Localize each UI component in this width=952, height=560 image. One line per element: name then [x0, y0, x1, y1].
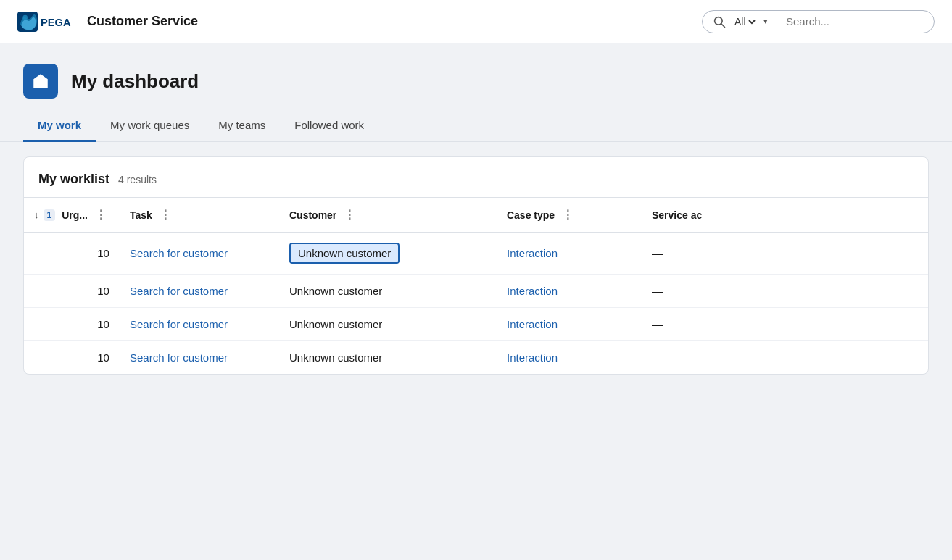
cell-urgency: 10: [24, 275, 120, 308]
service-col-text: Service ac: [652, 209, 702, 221]
col-header-task: Task ⋮: [120, 198, 279, 233]
page-header: My dashboard: [0, 43, 952, 99]
cell-customer: Unknown customer: [279, 233, 497, 275]
cell-service: —: [642, 341, 928, 375]
col-header-customer: Customer ⋮: [279, 198, 497, 233]
cell-task: Search for customer: [120, 341, 279, 375]
cell-customer: Unknown customer: [279, 341, 497, 375]
sort-desc-icon: ↓: [34, 209, 39, 220]
tabs-bar: My work My work queues My teams Followed…: [0, 110, 952, 142]
cell-casetype: Interaction: [497, 233, 642, 275]
cell-service: —: [642, 275, 928, 308]
col-header-casetype: Case type ⋮: [497, 198, 642, 233]
col-header-service: Service ac: [642, 198, 928, 233]
table-body: 10Search for customerUnknown customerInt…: [24, 233, 928, 375]
task-col-text: Task: [130, 209, 152, 221]
cell-service: —: [642, 233, 928, 275]
casetype-link[interactable]: Interaction: [507, 351, 558, 364]
casetype-col-menu[interactable]: ⋮: [559, 206, 576, 223]
app-title: Customer Service: [87, 14, 198, 29]
dashboard-icon: [23, 64, 58, 99]
global-search: All ▾: [702, 10, 935, 33]
task-link[interactable]: Search for customer: [130, 247, 228, 259]
tab-followed-work[interactable]: Followed work: [280, 110, 378, 142]
table-row: 10Search for customerUnknown customerInt…: [24, 233, 928, 275]
table-row: 10Search for customerUnknown customerInt…: [24, 341, 928, 375]
cell-task: Search for customer: [120, 308, 279, 341]
tab-my-work[interactable]: My work: [23, 110, 96, 142]
cell-customer: Unknown customer: [279, 308, 497, 341]
logo-area: PEGA Customer Service: [17, 7, 198, 36]
casetype-link[interactable]: Interaction: [507, 285, 558, 297]
casetype-col-text: Case type: [507, 209, 555, 221]
search-scope-arrow: ▾: [763, 17, 768, 26]
tab-my-work-queues[interactable]: My work queues: [96, 110, 204, 142]
results-count: 4 results: [118, 174, 157, 185]
search-divider: [777, 15, 777, 28]
search-scope-select[interactable]: All: [732, 15, 758, 28]
svg-text:PEGA: PEGA: [41, 17, 71, 28]
table-row: 10Search for customerUnknown customerInt…: [24, 275, 928, 308]
svg-line-4: [721, 24, 725, 28]
cell-casetype: Interaction: [497, 275, 642, 308]
table-row: 10Search for customerUnknown customerInt…: [24, 308, 928, 341]
cell-casetype: Interaction: [497, 308, 642, 341]
customer-col-menu[interactable]: ⋮: [341, 206, 358, 223]
tab-my-teams[interactable]: My teams: [204, 110, 280, 142]
cell-service: —: [642, 308, 928, 341]
urgency-col-menu[interactable]: ⋮: [92, 206, 109, 223]
main-content: My worklist 4 results ↓ 1 Urg... ⋮: [0, 142, 952, 398]
task-link[interactable]: Search for customer: [130, 318, 228, 330]
task-link[interactable]: Search for customer: [130, 285, 228, 297]
table-header-row: ↓ 1 Urg... ⋮ Task ⋮: [24, 198, 928, 233]
task-link[interactable]: Search for customer: [130, 351, 228, 364]
cell-casetype: Interaction: [497, 341, 642, 375]
page-title: My dashboard: [71, 70, 199, 93]
casetype-link[interactable]: Interaction: [507, 318, 558, 330]
col-header-urgency: ↓ 1 Urg... ⋮: [24, 198, 120, 233]
worklist-table: ↓ 1 Urg... ⋮ Task ⋮: [24, 197, 928, 374]
worklist-header: My worklist 4 results: [24, 157, 928, 197]
cell-urgency: 10: [24, 341, 120, 375]
worklist-title: My worklist: [38, 172, 109, 187]
cell-urgency: 10: [24, 233, 120, 275]
cell-urgency: 10: [24, 308, 120, 341]
cell-task: Search for customer: [120, 275, 279, 308]
customer-col-text: Customer: [289, 209, 336, 221]
pega-logo: PEGA: [17, 7, 75, 36]
casetype-link[interactable]: Interaction: [507, 247, 558, 259]
cell-task: Search for customer: [120, 233, 279, 275]
search-input[interactable]: [786, 15, 924, 28]
svg-point-1: [22, 14, 28, 20]
urgency-col-label: 1: [44, 209, 56, 221]
customer-selected-value[interactable]: Unknown customer: [289, 243, 400, 264]
urgency-col-text: Urg...: [62, 209, 88, 221]
task-col-menu[interactable]: ⋮: [157, 206, 174, 223]
search-icon: [713, 15, 726, 28]
cell-customer: Unknown customer: [279, 275, 497, 308]
worklist-card: My worklist 4 results ↓ 1 Urg... ⋮: [23, 156, 929, 375]
top-navigation: PEGA Customer Service All ▾: [0, 0, 952, 43]
